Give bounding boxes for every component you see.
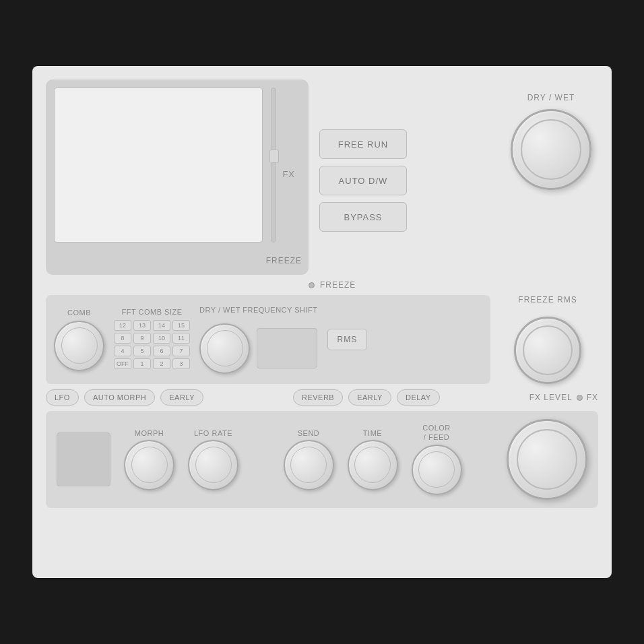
freq-display (257, 328, 317, 368)
display-area: FX FREEZE (46, 79, 309, 275)
time-knob-group: TIME (348, 429, 398, 490)
btn-10[interactable]: 10 (153, 333, 170, 344)
morph-knob-group: MORPH (124, 429, 174, 490)
btn-14[interactable]: 14 (153, 320, 170, 331)
lfo-button[interactable]: LFO (46, 389, 79, 406)
btn-4[interactable]: 4 (114, 346, 131, 356)
bottom-section: MORPH LFO RATE SEND TIME COLOR / FEED (46, 411, 598, 508)
lfo-rate-label: LFO RATE (194, 429, 232, 437)
color-feed-knob[interactable] (412, 445, 462, 495)
auto-morph-button[interactable]: AUTO MORPH (84, 389, 155, 406)
slider-handle[interactable] (269, 150, 279, 163)
btn-1[interactable]: 1 (133, 358, 151, 369)
early-button[interactable]: EARLY (160, 389, 203, 406)
dry-wet-section: DRY / WET (511, 79, 598, 275)
dry-wet-label: DRY / WET (527, 93, 575, 102)
dw-freq-knob[interactable] (199, 323, 250, 374)
fft-btn-grid: 12 13 14 15 8 9 10 11 4 5 6 7 OFF 1 2 3 (114, 320, 190, 369)
fft-comb-size-label: FFT COMB SIZE (121, 308, 182, 316)
lfo-rate-knob-group: LFO RATE (188, 429, 238, 490)
device-panel: FX FREEZE FREE RUN AUTO D/W BYPASS DRY /… (32, 66, 612, 578)
send-knob-group: SEND (284, 429, 334, 490)
color-feed-knob-group: COLOR / FEED (412, 424, 462, 494)
comb-knob[interactable] (54, 321, 104, 371)
send-knob[interactable] (284, 440, 334, 490)
btn-12[interactable]: 12 (114, 320, 131, 331)
fx-level-section (507, 419, 587, 500)
dry-wet-knob[interactable] (511, 109, 591, 190)
btn-11[interactable]: 11 (172, 333, 190, 344)
free-run-button[interactable]: FREE RUN (319, 129, 407, 159)
btn-off[interactable]: OFF (114, 358, 131, 369)
fx-label: FX (282, 169, 295, 179)
reverb-button[interactable]: REVERB (293, 389, 343, 406)
btn-3[interactable]: 3 (172, 358, 190, 369)
time-label: TIME (363, 429, 382, 437)
rms-button[interactable]: RMS (327, 329, 368, 350)
morph-knob[interactable] (124, 440, 174, 490)
freeze-rms-label: FREEZE RMS (518, 295, 577, 304)
color-feed-label: COLOR / FEED (422, 424, 451, 441)
freeze-rms-column: FREEZE RMS (497, 295, 598, 384)
morph-display (57, 432, 110, 486)
dw-freq-label: DRY / WET FREQUENCY SHIFT (199, 306, 318, 314)
buttons-column: FREE RUN AUTO D/W BYPASS (319, 86, 407, 275)
fx-level-led (577, 395, 583, 401)
fx-section-label: FX (587, 393, 598, 402)
btn-13[interactable]: 13 (133, 320, 151, 331)
display-screen (54, 88, 263, 243)
btn-15[interactable]: 15 (172, 320, 190, 331)
early2-button[interactable]: EARLY (348, 389, 391, 406)
freeze-row: FREEZE (46, 280, 598, 290)
display-slider[interactable] (271, 88, 276, 243)
comb-label: COMB (67, 309, 91, 317)
send-label: SEND (298, 429, 320, 437)
freeze-led (309, 282, 315, 288)
lfo-rate-knob[interactable] (188, 440, 238, 490)
freeze-row-label: FREEZE (320, 280, 356, 290)
btn-9[interactable]: 9 (133, 333, 151, 344)
fft-panel: COMB FFT COMB SIZE 12 13 14 15 8 9 10 11… (46, 295, 490, 384)
comb-section: COMB (54, 309, 104, 371)
morph-label: MORPH (135, 429, 164, 437)
auto-dw-button[interactable]: AUTO D/W (319, 166, 407, 195)
btn-7[interactable]: 7 (172, 346, 190, 356)
btn-5[interactable]: 5 (133, 346, 151, 356)
bypass-button[interactable]: BYPASS (319, 202, 407, 232)
btn-8[interactable]: 8 (114, 333, 131, 344)
fx-level-knob[interactable] (507, 419, 587, 500)
freeze-rms-knob[interactable] (514, 317, 581, 384)
btn-2[interactable]: 2 (153, 358, 170, 369)
fx-level-label: FX LEVEL (529, 393, 573, 402)
btn-6[interactable]: 6 (153, 346, 170, 356)
freeze-label: FREEZE (266, 256, 302, 265)
time-knob[interactable] (348, 440, 398, 490)
delay-button[interactable]: DELAY (397, 389, 440, 406)
